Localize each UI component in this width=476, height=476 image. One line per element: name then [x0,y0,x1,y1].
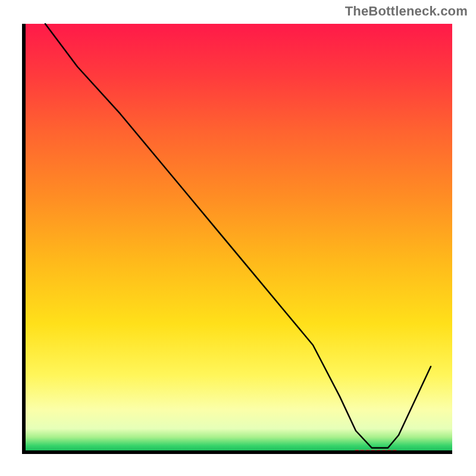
watermark-text: TheBottleneck.com [345,4,468,19]
bottleneck-chart [0,0,476,476]
plot-background [24,24,452,452]
